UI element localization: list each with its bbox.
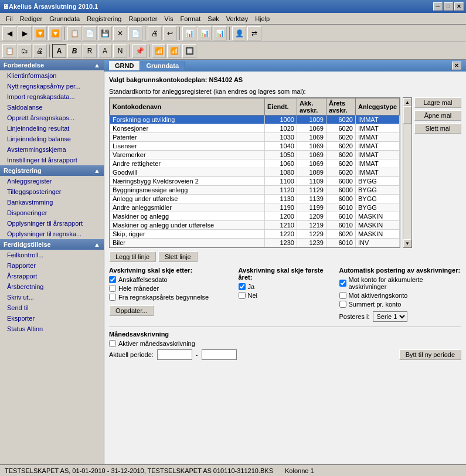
sidebar-item-status-altinn[interactable]: Status Altinn <box>0 324 104 334</box>
toolbar2-btn-9[interactable]: 🔲 <box>182 44 196 58</box>
format-r-btn[interactable]: R <box>83 44 97 58</box>
lagre-mal-button[interactable]: Lagre mal <box>414 97 461 108</box>
panel-close-button[interactable]: ✕ <box>452 62 461 70</box>
toolbar-btn-4[interactable]: 🔽 <box>48 26 62 40</box>
table-row[interactable]: Goodwill 1080 1089 6020 IMMAT <box>110 168 400 177</box>
menu-sok[interactable]: Søk <box>204 14 223 23</box>
cb-aktiver-maneds[interactable] <box>109 340 116 347</box>
sidebar-item-send-til[interactable]: Send til <box>0 302 104 313</box>
cb-mot-aktivering[interactable] <box>339 292 346 299</box>
apne-mal-button[interactable]: Åpne mal <box>414 110 461 121</box>
bold-btn[interactable]: A <box>52 44 66 58</box>
menu-hjelp[interactable]: Hjelp <box>251 14 273 23</box>
table-row[interactable]: Konsesjoner 1020 1069 6020 IMMAT <box>110 124 400 133</box>
menu-fil[interactable]: Fil <box>2 14 16 23</box>
toolbar-btn-16[interactable]: ⇄ <box>247 26 261 40</box>
table-row[interactable]: Næringsbygg Kveldsroveien 2 1100 1109 60… <box>110 177 400 186</box>
sidebar-item-saldoalanse[interactable]: Saldoalanse <box>0 102 104 113</box>
oppdater-button[interactable]: Oppdater... <box>109 305 154 316</box>
bytt-til-ny-periode-button[interactable]: Bytt til ny periode <box>399 349 461 360</box>
scroll-up-button[interactable]: ▲ <box>403 98 411 106</box>
toolbar2-btn-icon[interactable]: 📌 <box>132 44 147 58</box>
sidebar-item-disponeringer[interactable]: Disponeringer <box>0 208 104 218</box>
tab-grnd[interactable]: GRND <box>109 61 140 70</box>
menu-format[interactable]: Format <box>176 14 204 23</box>
scroll-down-button[interactable]: ▼ <box>403 239 411 247</box>
toolbar2-btn-7[interactable]: 📶 <box>152 44 166 58</box>
format-b-btn[interactable]: B <box>67 44 81 58</box>
tab-grunndata[interactable]: Grunndata <box>140 61 185 70</box>
table-row[interactable]: Maskiner og anlegg 1200 1209 6010 MASKIN <box>110 212 400 221</box>
menu-rediger[interactable]: Rediger <box>16 14 46 23</box>
collapse-icon-forberedelse[interactable]: ▲ <box>94 62 100 69</box>
sidebar-item-opprett[interactable]: Opprett årsregnskaps... <box>0 113 104 123</box>
cb-mot-konto[interactable] <box>339 280 346 287</box>
user-button[interactable]: 👤 <box>232 26 246 40</box>
sidebar-item-bankavstmming[interactable]: Bankavstmming <box>0 197 104 208</box>
toolbar-btn-9[interactable]: 📄 <box>128 26 142 40</box>
cb-ja[interactable] <box>239 283 246 290</box>
forward-button[interactable]: ▶ <box>18 26 32 40</box>
table-row[interactable]: Andre anleggsmidler 1190 1199 6010 BYGG <box>110 203 400 212</box>
cb-anskaffelsesdato[interactable] <box>109 276 116 283</box>
cb-nei[interactable] <box>239 292 246 299</box>
sidebar-item-linjeinndeling-res[interactable]: Linjeinndeling resultat <box>0 123 104 134</box>
paste-button[interactable]: 📄 <box>83 26 97 40</box>
sidebar-item-klientinformasjon[interactable]: Klientinformasjon <box>0 70 104 81</box>
menu-verktoy[interactable]: Verktøy <box>223 14 251 23</box>
menu-grunndata[interactable]: Grunndata <box>46 14 83 23</box>
aktuell-to-input[interactable] <box>202 349 237 360</box>
copy-button[interactable]: 📋 <box>67 26 81 40</box>
sidebar-item-opplysninger-regn[interactable]: Opplysninger til regnska... <box>0 229 104 239</box>
legg-til-linje-button[interactable]: Legg til linje <box>109 251 156 262</box>
scroll-thumb[interactable] <box>403 106 411 124</box>
table-row[interactable]: Biler 1230 1239 6010 INV <box>110 239 400 247</box>
scroll-track[interactable] <box>403 106 411 239</box>
maximize-button[interactable]: □ <box>444 2 453 11</box>
sidebar-item-anleggsregister[interactable]: Anleggsregister <box>0 176 104 186</box>
sidebar-item-arsrapport[interactable]: Årsrapport <box>0 271 104 281</box>
sidebar-item-rapporter[interactable]: Rapporter <box>0 260 104 271</box>
toolbar-btn-11[interactable]: ↩ <box>163 26 177 40</box>
toolbar2-btn-3[interactable]: 🖨 <box>33 44 47 58</box>
sidebar-item-eksporter[interactable]: Eksporter <box>0 313 104 324</box>
table-row[interactable]: Patenter 1030 1069 6020 IMMAT <box>110 133 400 142</box>
sidebar-item-skriv-ut[interactable]: Skriv ut... <box>0 292 104 302</box>
aktuell-from-input[interactable] <box>157 349 192 360</box>
format-a-btn[interactable]: A <box>98 44 112 58</box>
back-button[interactable]: ◀ <box>2 26 16 40</box>
minimize-button[interactable]: ─ <box>433 2 443 11</box>
sidebar-item-feilkontroll[interactable]: Feilkontroll... <box>0 250 104 260</box>
collapse-icon-registrering[interactable]: ▲ <box>94 167 100 174</box>
table-row[interactable]: Varemerker 1050 1069 6020 IMMAT <box>110 151 400 159</box>
table-row[interactable]: Forskning og utvikling 1000 1009 6020 IM… <box>110 115 400 124</box>
sidebar-item-linjeinndeling-bal[interactable]: Linjeinndeling balanse <box>0 134 104 144</box>
menu-rapporter[interactable]: Rapporter <box>125 14 161 23</box>
table-row[interactable]: Andre rettigheter 1060 1069 6020 IMMAT <box>110 159 400 168</box>
sidebar-item-import[interactable]: Import regnskapsdata... <box>0 91 104 102</box>
close-button[interactable]: ✕ <box>454 2 464 11</box>
table-row[interactable]: Skip, rigger 1220 1229 6020 MASKIN <box>110 230 400 239</box>
delete-button[interactable]: ✕ <box>113 26 127 40</box>
sidebar-item-innstillinger[interactable]: Innstillinger til årsrapport <box>0 155 104 165</box>
toolbar-btn-3[interactable]: 🔽 <box>33 26 47 40</box>
table-row[interactable]: Anlegg under utførelse 1130 1139 6000 BY… <box>110 195 400 203</box>
collapse-icon-ferdidgstillelse[interactable]: ▲ <box>94 241 100 248</box>
sidebar-item-tilleggsposteringer[interactable]: Tilleggsposteringer <box>0 186 104 197</box>
toolbar-btn-12[interactable]: 📊 <box>182 26 196 40</box>
cb-fra-regnskaps[interactable] <box>109 294 116 301</box>
sidebar-item-opplysninger-ars[interactable]: Opplysninger til årsrapport <box>0 218 104 229</box>
toolbar2-btn-8[interactable]: 📶 <box>167 44 181 58</box>
sidebar-item-arsberetning[interactable]: Årsberetning <box>0 281 104 292</box>
serie-select[interactable]: Serie 1 Serie 2 <box>373 311 407 322</box>
slett-mal-button[interactable]: Slett mal <box>414 123 461 134</box>
table-row[interactable]: Byggningsmessige anlegg 1120 1129 6000 B… <box>110 186 400 195</box>
table-row[interactable]: Maskiner og anlegg under utførelse 1210 … <box>110 221 400 230</box>
toolbar-btn-13[interactable]: 📊 <box>198 26 212 40</box>
toolbar2-btn-1[interactable]: 📋 <box>2 44 16 58</box>
print-button[interactable]: 🖨 <box>148 26 162 40</box>
sidebar-item-avstemming[interactable]: Avstemmingsskjema <box>0 144 104 155</box>
save-button[interactable]: 💾 <box>98 26 112 40</box>
table-row[interactable]: Lisenser 1040 1069 6020 IMMAT <box>110 142 400 151</box>
table-scrollbar[interactable]: ▲ ▼ <box>403 97 412 248</box>
